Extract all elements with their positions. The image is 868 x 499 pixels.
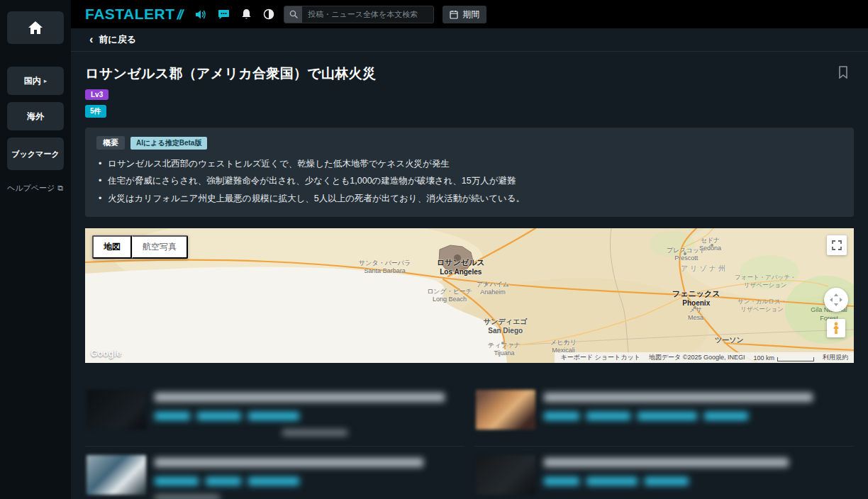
news-thumbnail — [476, 390, 535, 430]
page-title: ロサンゼルス郡（アメリカ合衆国）で山林火災 — [85, 65, 376, 83]
map-label-long-beach: ロング・ビーチLong Beach — [427, 288, 472, 304]
content-area: ロサンゼルス郡（アメリカ合衆国）で山林火災 Lv3 5件 概要 AIによる推定B… — [71, 52, 868, 499]
period-button[interactable]: 期間 — [443, 6, 486, 23]
search-icon — [284, 6, 302, 23]
news-card[interactable] — [474, 447, 854, 499]
count-badge: 5件 — [85, 105, 106, 118]
bookmark-icon[interactable] — [838, 66, 848, 82]
search-box — [284, 6, 434, 23]
blurred-tag — [155, 412, 190, 420]
summary-bullet: ロサンゼルス北西部のウェストヒルズ近くで、乾燥した低木地帯でケネス火災が発生 — [96, 155, 842, 172]
search-input[interactable] — [302, 10, 433, 18]
map-tab-satellite[interactable]: 航空写真 — [132, 235, 188, 259]
map-tab-map[interactable]: 地図 — [92, 235, 132, 259]
blurred-tag — [197, 412, 241, 420]
map-label-santa-barbara: サンタ・バーバラSanta Barbara — [359, 259, 411, 276]
blurred-title-line — [544, 393, 813, 402]
summary-bullet: 火災はカリフォルニア州史上最悪の規模に拡大し、5人以上の死者が出ており、消火活動… — [96, 190, 842, 207]
map-label-san-diego: サンディエゴSan Diego — [484, 318, 527, 335]
map-label-arizona-state: アリゾナ州 — [681, 264, 728, 274]
blurred-tag — [248, 477, 299, 486]
sidebar: 国内 ▸ 海外 ブックマーク ヘルプページ ⧉ — [0, 0, 71, 499]
summary-bullet-list: ロサンゼルス北西部のウェストヒルズ近くで、乾燥した低木地帯でケネス火災が発生 住… — [96, 155, 842, 207]
map-label-anaheim: アナハイムAnaheim — [477, 281, 509, 297]
notification-bell-icon[interactable] — [240, 8, 252, 21]
chat-icon[interactable] — [217, 8, 230, 21]
back-button[interactable]: ‹ 前に戻る — [89, 33, 136, 46]
google-map[interactable]: サンタ・バーバラSanta Barbara ロサンゼルスLos Angeles … — [85, 228, 854, 363]
sidebar-item-bookmark[interactable]: ブックマーク — [7, 138, 64, 170]
ai-estimate-badge: AIによる推定Beta版 — [130, 137, 207, 150]
terms-link[interactable]: 利用規約 — [823, 353, 848, 362]
blurred-tag — [155, 477, 199, 486]
news-thumbnail — [476, 455, 535, 495]
map-label-sedona: セドナSedona — [699, 237, 721, 253]
blurred-card-content — [155, 390, 460, 436]
keyboard-shortcuts-link[interactable]: キーボード ショートカット — [560, 353, 640, 362]
blurred-title-line — [544, 458, 789, 467]
news-thumbnail — [87, 390, 146, 430]
map-label-los-angeles: ロサンゼルスLos Angeles — [437, 258, 485, 276]
map-data-attribution: 地図データ ©2025 Google, INEGI — [649, 353, 745, 362]
sidebar-item-overseas[interactable]: 海外 — [7, 102, 64, 130]
summary-panel: 概要 AIによる推定Beta版 ロサンゼルス北西部のウェストヒルズ近くで、乾燥し… — [85, 128, 854, 217]
blurred-tag — [586, 477, 638, 486]
main: FASTALERT // — [71, 0, 868, 499]
back-label: 前に戻る — [99, 33, 136, 46]
blurred-timestamp — [282, 430, 347, 436]
home-icon — [28, 21, 43, 35]
period-label: 期間 — [462, 9, 479, 21]
sidebar-item-label: ブックマーク — [11, 149, 59, 159]
fastalert-logo[interactable]: FASTALERT // — [85, 6, 182, 23]
blurred-tag — [544, 412, 579, 420]
blurred-tag — [248, 412, 299, 420]
scale-line — [777, 357, 814, 361]
back-chevron-icon: ‹ — [89, 34, 93, 45]
pegman-icon — [832, 322, 840, 335]
map-type-control: 地図 航空写真 — [92, 235, 188, 259]
news-card[interactable] — [85, 381, 464, 447]
header-icons — [194, 8, 275, 21]
blurred-title-line — [155, 393, 445, 402]
help-page-link[interactable]: ヘルプページ ⧉ — [7, 183, 63, 194]
blurred-tag — [704, 412, 748, 420]
news-card[interactable] — [85, 447, 464, 499]
pan-control[interactable] — [824, 288, 848, 312]
sidebar-item-label: 国内 — [24, 75, 41, 87]
blurred-card-content — [544, 455, 850, 495]
level-badge: Lv3 — [85, 89, 108, 100]
blurred-tag — [544, 477, 579, 486]
app: 国内 ▸ 海外 ブックマーク ヘルプページ ⧉ FASTALERT // — [0, 0, 868, 499]
map-attribution-bar: キーボード ショートカット 地図データ ©2025 Google, INEGI … — [555, 352, 854, 363]
contrast-icon[interactable] — [262, 8, 275, 21]
map-label-fort-apache: フォート・アパッチ・リザベーション — [735, 274, 796, 289]
blurred-tag — [586, 412, 630, 420]
google-logo[interactable]: Google — [91, 349, 121, 359]
logo-text: FASTALERT — [85, 6, 175, 23]
news-card[interactable] — [474, 381, 854, 447]
sidebar-item-home[interactable] — [7, 11, 64, 44]
blurred-tag — [645, 477, 689, 486]
news-thumbnail — [87, 455, 146, 495]
blurred-card-content — [544, 390, 850, 430]
map-scale: 100 km — [753, 354, 814, 361]
back-row: ‹ 前に戻る — [71, 28, 868, 52]
related-news-grid — [85, 381, 854, 499]
map-label-mesa: メサMesa — [688, 306, 703, 323]
summary-label-chip: 概要 — [96, 136, 125, 150]
logo-slashes-icon: // — [175, 7, 183, 23]
external-link-icon: ⧉ — [57, 184, 63, 193]
blurred-timestamp — [155, 495, 220, 499]
sidebar-item-label: 海外 — [27, 111, 44, 123]
sidebar-item-domestic[interactable]: 国内 ▸ — [7, 67, 64, 95]
pegman-streetview-button[interactable] — [827, 319, 845, 337]
blurred-card-content — [155, 455, 460, 499]
blurred-tag — [206, 477, 241, 486]
map-label-san-carlos: サン・カルロス・リザベーション — [738, 298, 786, 313]
map-label-tijuana: ティファナTijuana — [488, 342, 521, 358]
map-label-tucson: ツーソン — [715, 336, 744, 345]
help-page-label: ヘルプページ — [7, 183, 55, 194]
sound-icon[interactable] — [194, 8, 207, 21]
fullscreen-button[interactable] — [827, 235, 847, 255]
top-header: FASTALERT // — [71, 0, 868, 28]
